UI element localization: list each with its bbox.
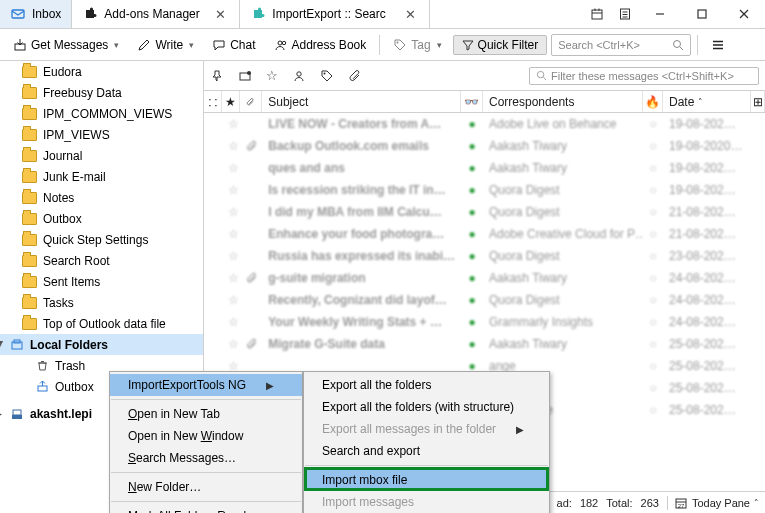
- column-header[interactable]: ⸬ ★ Subject 👓 Correspondents 🔥 Date˄ ⊞: [204, 91, 765, 113]
- get-messages-label: Get Messages: [31, 38, 108, 52]
- ctx-export-all[interactable]: Export all the folders: [304, 374, 549, 396]
- tasks-icon[interactable]: [611, 0, 639, 28]
- ctx-search-export[interactable]: Search and export: [304, 440, 549, 462]
- message-row[interactable]: ☆Backup Outlook.com emails●Aakash Tiwary…: [204, 135, 765, 157]
- maximize-button[interactable]: [681, 0, 723, 28]
- col-date[interactable]: Date˄: [663, 91, 751, 112]
- svg-text:27: 27: [678, 502, 685, 508]
- svg-line-34: [543, 77, 546, 80]
- folder-label: Tasks: [43, 296, 74, 310]
- folder-item[interactable]: Journal: [0, 145, 203, 166]
- chat-button[interactable]: Chat: [205, 35, 262, 55]
- close-button[interactable]: [723, 0, 765, 28]
- tab-inbox[interactable]: Inbox: [0, 0, 72, 28]
- col-correspondents[interactable]: Correspondents: [483, 91, 643, 112]
- quick-filter-button[interactable]: Quick Filter: [453, 35, 548, 55]
- folder-label: Junk E-mail: [43, 170, 106, 184]
- ctx-export-messages: Export all messages in the folder▶: [304, 418, 549, 440]
- col-picker[interactable]: ⊞: [751, 91, 765, 112]
- col-read[interactable]: 👓: [461, 91, 483, 112]
- folder-icon: [22, 150, 37, 162]
- col-attachment[interactable]: [240, 91, 262, 112]
- message-row[interactable]: ☆LIVE NOW - Creators from A…●Adobe Live …: [204, 113, 765, 135]
- message-row[interactable]: ☆Migrate G-Suite data●Aakash Tiwary○25-0…: [204, 333, 765, 355]
- search-input[interactable]: Search <Ctrl+K>: [551, 34, 691, 56]
- col-junk[interactable]: 🔥: [643, 91, 663, 112]
- calendar-icon[interactable]: [583, 0, 611, 28]
- folder-item[interactable]: Notes: [0, 187, 203, 208]
- svg-point-32: [324, 72, 326, 74]
- today-pane-button[interactable]: 27 Today Pane ˄: [667, 496, 759, 510]
- folder-item[interactable]: IPM_COMMON_VIEWS: [0, 103, 203, 124]
- folder-item[interactable]: Outbox: [0, 208, 203, 229]
- col-star[interactable]: ★: [222, 91, 240, 112]
- total-count: 263: [641, 497, 659, 509]
- folder-item[interactable]: Search Root: [0, 250, 203, 271]
- message-row[interactable]: ☆Enhance your food photogra…●Adobe Creat…: [204, 223, 765, 245]
- tab-addons[interactable]: Add-ons Manager ✕: [72, 0, 240, 28]
- separator: [305, 465, 548, 466]
- folder-item[interactable]: Eudora: [0, 61, 203, 82]
- message-row[interactable]: ☆Is recession striking the IT in…●Quora …: [204, 179, 765, 201]
- tab-importexport[interactable]: ImportExport :: Searc ✕: [240, 0, 430, 28]
- folder-item[interactable]: Freebusy Data: [0, 82, 203, 103]
- ctx-search-messages[interactable]: Search Messages…: [110, 447, 302, 469]
- folder-item[interactable]: Top of Outlook data file: [0, 313, 203, 334]
- folder-item[interactable]: Quick Step Settings: [0, 229, 203, 250]
- message-row[interactable]: ☆Recently, Cognizant did layof…●Quora Di…: [204, 289, 765, 311]
- ctx-open-tab[interactable]: Open in New Tab: [110, 403, 302, 425]
- expander-icon[interactable]: ▸: [0, 408, 4, 419]
- get-messages-button[interactable]: Get Messages: [6, 35, 126, 55]
- main-toolbar: Get Messages Write Chat Address Book Tag…: [0, 29, 765, 61]
- folder-label: Notes: [43, 191, 74, 205]
- close-icon[interactable]: ✕: [212, 7, 229, 22]
- separator: [697, 35, 698, 55]
- folder-label: Sent Items: [43, 275, 100, 289]
- svg-rect-0: [12, 10, 24, 18]
- star-filter-icon[interactable]: ☆: [266, 68, 278, 83]
- app-menu-button[interactable]: [704, 35, 732, 55]
- folder-icon: [22, 66, 37, 78]
- message-row[interactable]: ☆ques and ans●Aakash Tiwary○19-08-202…: [204, 157, 765, 179]
- message-row[interactable]: ☆I did my MBA from IIM Calcu…●Quora Dige…: [204, 201, 765, 223]
- ctx-importexporttools[interactable]: ImportExportTools NG▶: [110, 374, 302, 396]
- separator: [379, 35, 380, 55]
- minimize-button[interactable]: [639, 0, 681, 28]
- tag-button[interactable]: Tag: [386, 35, 448, 55]
- tab-label: Inbox: [32, 7, 61, 21]
- message-row[interactable]: ☆Your Weekly Writing Stats + …●Grammarly…: [204, 311, 765, 333]
- col-subject[interactable]: Subject: [262, 91, 461, 112]
- folder-item[interactable]: Tasks: [0, 292, 203, 313]
- folder-item[interactable]: IPM_VIEWS: [0, 124, 203, 145]
- folder-item[interactable]: Sent Items: [0, 271, 203, 292]
- ctx-export-all-struct[interactable]: Export all the folders (with structure): [304, 396, 549, 418]
- ctx-open-window[interactable]: Open in New Window: [110, 425, 302, 447]
- filter-search-input[interactable]: Filter these messages <Ctrl+Shift+K>: [529, 67, 759, 85]
- folder-item[interactable]: Junk E-mail: [0, 166, 203, 187]
- ctx-import-mbox[interactable]: Import mbox file: [304, 469, 549, 491]
- chevron-right-icon: ▶: [516, 424, 524, 435]
- ctx-new-folder[interactable]: New Folder…: [110, 476, 302, 498]
- unread-filter-icon[interactable]: [238, 69, 252, 83]
- message-row[interactable]: ☆g-suite migration●Aakash Tiwary○24-08-2…: [204, 267, 765, 289]
- tag-filter-icon[interactable]: [320, 69, 334, 83]
- server-icon: [10, 407, 24, 421]
- local-folders[interactable]: ⯆ Local Folders: [0, 334, 203, 355]
- folder-label: IPM_VIEWS: [43, 128, 110, 142]
- close-icon[interactable]: ✕: [402, 7, 419, 22]
- svg-point-15: [282, 41, 285, 44]
- svg-rect-26: [38, 386, 47, 391]
- attachment-filter-icon[interactable]: [348, 69, 362, 83]
- ctx-mark-all-read[interactable]: Mark All Folders Read: [110, 505, 302, 513]
- pin-icon[interactable]: [210, 69, 224, 83]
- unread-label: ad:: [557, 497, 572, 509]
- svg-rect-28: [13, 410, 21, 415]
- svg-point-31: [297, 71, 301, 75]
- write-button[interactable]: Write: [130, 35, 201, 55]
- contact-filter-icon[interactable]: [292, 69, 306, 83]
- col-thread[interactable]: ⸬: [204, 91, 222, 112]
- address-book-button[interactable]: Address Book: [267, 35, 374, 55]
- expander-icon[interactable]: ⯆: [0, 339, 4, 350]
- message-row[interactable]: ☆Russia has expressed its inabi…●Quora D…: [204, 245, 765, 267]
- folder-icon: [22, 234, 37, 246]
